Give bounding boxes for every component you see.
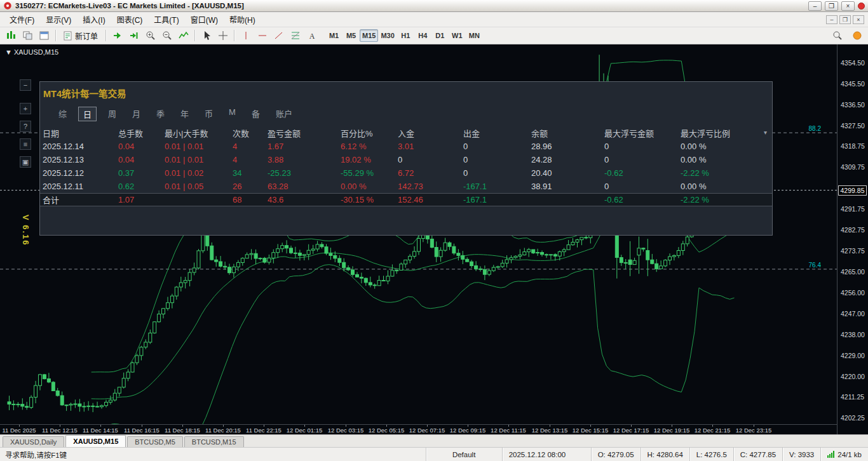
menu-item[interactable]: 图表(C) [111,12,149,27]
stats-tab[interactable]: 账户 [271,107,297,121]
stats-row[interactable]: 2025.12.120.370.01 | 0.0234-25.23-55.29 … [40,166,772,180]
stats-row[interactable]: 合计1.076843.6-30.15 %152.46-167.1-0.62-2.… [40,193,772,206]
window-icon [39,30,50,41]
mt4-window: 3150277: ECMarkets-Live03 - EC Markets L… [0,0,868,461]
stats-cell: 20.40 [531,168,604,178]
child-restore-button[interactable]: ❐ [839,15,851,24]
stats-row[interactable]: 2025.12.110.620.01 | 0.052663.280.00 %14… [40,180,772,193]
status-help-text: 寻求帮助,请按F1键 [0,448,426,461]
stats-cell: 合计 [43,194,118,206]
chart-tab[interactable]: BTCUSD,M15 [184,436,244,447]
stats-tab[interactable]: M [224,107,240,121]
indicators-button[interactable] [175,29,191,43]
list-button[interactable]: ≡ [20,138,31,150]
child-minimize-button[interactable]: – [826,15,837,24]
menu-item[interactable]: 工具(T) [148,12,184,27]
title-bar[interactable]: 3150277: ECMarkets-Live03 - EC Markets L… [0,0,868,12]
chart-tab[interactable]: BTCUSD,M5 [127,436,183,447]
status-connection[interactable]: 24/1 kb [820,448,868,461]
stats-cell: 0.01 | 0.02 [165,168,233,178]
menu-item[interactable]: 插入(I) [77,12,111,27]
svg-text:88.2: 88.2 [809,125,822,132]
chevron-down-icon[interactable]: ▾ [764,129,767,136]
new-chart-button[interactable] [3,29,19,43]
timeframe-d1-button[interactable]: D1 [431,29,449,42]
grid-button[interactable]: ▣ [20,156,31,168]
stats-cell: 0 [604,182,681,191]
horizontal-line-tool-button[interactable] [254,29,270,43]
zoom-out-button[interactable] [159,29,175,43]
stats-tab[interactable]: 综 [54,107,71,121]
chart-shift-button[interactable] [126,29,142,43]
stats-tab[interactable]: 年 [176,107,193,121]
stats-tab[interactable]: 周 [104,107,121,121]
timeframe-m5-button[interactable]: M5 [342,29,360,42]
close-button[interactable]: × [841,1,855,11]
connection-bars-icon [827,451,834,458]
stats-tab[interactable]: 季 [152,107,169,121]
auto-scroll-button[interactable] [109,29,125,43]
chart-plot[interactable]: 88.276.4 ▼ XAUUSD,M15 −+?≡▣ V 6.16 MT4统计… [0,44,837,424]
stats-row[interactable]: 2025.12.140.040.01 | 0.0141.676.12 %3.01… [40,140,772,153]
search-icon [832,30,843,41]
timeframe-h4-button[interactable]: H4 [414,29,431,42]
trendline-icon [274,30,284,41]
stats-panel[interactable]: MT4统计每一笔交易 综日周月季年币M备账户 ▾ 日期总手数最小|大手数次数盈亏… [39,81,773,236]
price-axis-label: 4229.00 [841,352,865,359]
stats-header-cell: 入金 [398,127,463,139]
stats-cell: -0.62 [604,195,681,204]
profiles-button[interactable] [20,29,36,43]
stats-cell: -30.15 % [341,195,398,204]
stats-cell: 4 [233,142,268,151]
menu-item[interactable]: 帮助(H) [224,12,261,27]
timeframe-h1-button[interactable]: H1 [397,29,414,42]
stats-cell: 0.01 | 0.01 [165,155,233,164]
zoom-in-button[interactable] [142,29,158,43]
help-button[interactable]: ? [20,121,31,132]
timeframe-m1-button[interactable]: M1 [325,29,342,42]
status-profile[interactable]: Default [426,448,502,461]
menu-item[interactable]: 文件(F) [4,12,40,27]
timeframe-mn-button[interactable]: MN [466,29,483,42]
timeframe-w1-button[interactable]: W1 [449,29,466,42]
alerts-button[interactable] [849,29,865,43]
price-axis-label: 4327.50 [841,122,865,130]
stats-tab[interactable]: 备 [247,107,264,121]
collapse-button[interactable]: − [20,79,31,91]
stats-table: 日期总手数最小|大手数次数盈亏金额百分比%入金出金余额最大浮亏金额最大浮亏比例2… [40,126,772,206]
price-axis[interactable]: 4354.504345.504336.504327.504318.754309.… [837,44,868,434]
cursor-tool-button[interactable] [198,29,214,43]
stats-cell: 2025.12.11 [43,182,118,191]
stats-row[interactable]: 2025.12.130.040.01 | 0.0143.8819.02 %002… [40,153,772,166]
child-close-button[interactable]: × [853,15,864,24]
stats-cell: 1.07 [118,195,165,204]
timeframe-m30-button[interactable]: M30 [378,29,397,42]
chart-window-button[interactable] [36,29,52,43]
stats-header-cell: 盈亏金额 [268,127,341,139]
minimize-button[interactable]: – [808,1,822,11]
crosshair-tool-button[interactable] [215,29,231,43]
chart-tab[interactable]: XAUUSD,M15 [65,435,126,447]
menu-item[interactable]: 显示(V) [40,12,77,27]
stats-tab[interactable]: 日 [78,107,97,121]
menu-item[interactable]: 窗口(W) [185,12,224,27]
price-axis-label: 4220.00 [841,373,865,380]
stats-cell: 142.73 [398,182,463,191]
chart-symbol-label[interactable]: ▼ XAUUSD,M15 [5,48,58,56]
stats-tab[interactable]: 币 [200,107,217,121]
timeframe-m15-button[interactable]: M15 [360,29,378,42]
move-button[interactable]: + [20,103,31,114]
text-tool-button[interactable]: A [304,29,320,43]
chart-tab[interactable]: XAUUSD,Daily [3,436,64,447]
search-button[interactable] [829,29,845,43]
time-axis[interactable]: 11 Dec 202511 Dec 12:1511 Dec 14:1511 De… [0,424,837,434]
stats-tab[interactable]: 月 [128,107,145,121]
time-axis-label: 12 Dec 01:15 [287,427,323,434]
price-axis-label: 4318.75 [841,142,865,150]
restore-button[interactable]: ❐ [825,1,838,11]
vertical-line-tool-button[interactable] [238,29,254,43]
stats-cell: 0 [604,142,681,151]
fibonacci-tool-button[interactable] [287,29,303,43]
trendline-tool-button[interactable] [271,29,287,43]
new-order-button[interactable]: 新订单 [59,29,102,43]
